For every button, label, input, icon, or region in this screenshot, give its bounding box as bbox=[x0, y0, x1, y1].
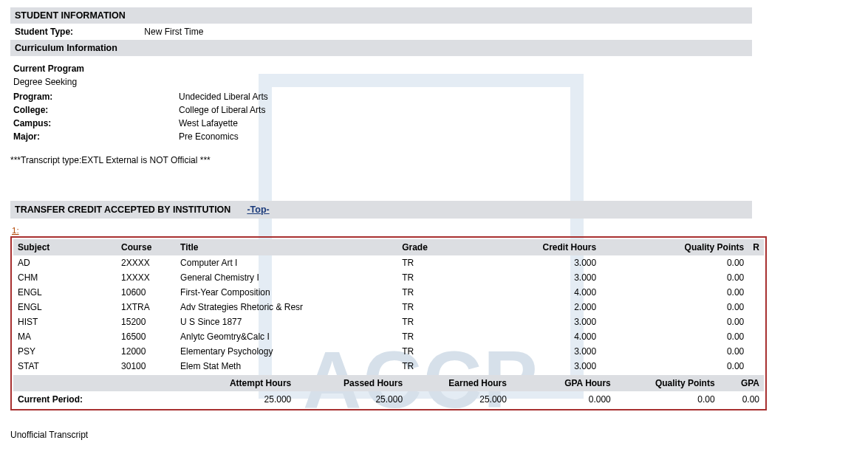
th-gpa: GPA bbox=[720, 375, 764, 391]
th-grade: Grade bbox=[397, 239, 497, 255]
transfer-credit-title: TRANSFER CREDIT ACCEPTED BY INSTITUTION bbox=[10, 201, 235, 219]
cell-title: General Chemistry I bbox=[176, 270, 397, 285]
th-credit-hours: Credit Hours bbox=[497, 239, 601, 255]
cell-r-col bbox=[748, 329, 764, 344]
th-r: R bbox=[748, 239, 764, 255]
curriculum-block: Current Program Degree Seeking Program:U… bbox=[10, 56, 858, 145]
table-row: PSY12000Elementary PsychologyTR3.0000.00 bbox=[13, 344, 764, 359]
cell-r-col bbox=[748, 344, 764, 359]
th-gpa-hours: GPA Hours bbox=[511, 375, 615, 391]
cell-subject: ENGL bbox=[13, 285, 117, 300]
cell-title: Adv Strategies Rhetoric & Resr bbox=[176, 300, 397, 315]
cell-subject: HIST bbox=[13, 315, 117, 329]
cell-r-col bbox=[748, 255, 764, 270]
top-link[interactable]: -Top- bbox=[235, 205, 269, 215]
cell-course: 16500 bbox=[117, 329, 176, 344]
curriculum-row: Program:Undecided Liberal Arts bbox=[13, 90, 855, 103]
cell-course: 1XXXX bbox=[117, 270, 176, 285]
credit-header-row: Subject Course Title Grade Credit Hours … bbox=[13, 239, 764, 255]
curriculum-value: West Lafayette bbox=[179, 118, 238, 128]
curriculum-value: College of Liberal Arts bbox=[179, 105, 265, 115]
cell-course: 30100 bbox=[117, 359, 176, 374]
transcript-official-note: ***Transcript type:EXTL External is NOT … bbox=[10, 145, 858, 165]
cell-quality-points: 0.00 bbox=[601, 315, 748, 329]
table-row: ENGL10600First-Year CompositionTR4.0000.… bbox=[13, 285, 764, 300]
th-passed-hours: Passed Hours bbox=[295, 375, 407, 391]
cell-quality-points: 0.00 bbox=[601, 329, 748, 344]
curriculum-label: Campus: bbox=[13, 118, 179, 128]
cell-title: Computer Art I bbox=[176, 255, 397, 270]
cell-credit-hours: 3.000 bbox=[497, 255, 601, 270]
curriculum-label: College: bbox=[13, 105, 179, 115]
cell-credit-hours: 3.000 bbox=[497, 315, 601, 329]
th-title: Title bbox=[176, 239, 397, 255]
cell-course: 10600 bbox=[117, 285, 176, 300]
curriculum-label: Program: bbox=[13, 92, 179, 102]
totals-label: Current Period: bbox=[13, 391, 184, 408]
cell-credit-hours: 4.000 bbox=[497, 285, 601, 300]
th-totals-qp: Quality Points bbox=[615, 375, 720, 391]
cell-course: 1XTRA bbox=[117, 300, 176, 315]
section-header-curriculum: Curriculum Information bbox=[10, 40, 752, 56]
cell-grade: TR bbox=[397, 300, 497, 315]
cell-title: First-Year Composition bbox=[176, 285, 397, 300]
sequence-label[interactable]: 1: bbox=[10, 219, 858, 236]
th-quality-points: Quality Points bbox=[601, 239, 748, 255]
totals-earned: 25.000 bbox=[407, 391, 511, 408]
cell-subject: ENGL bbox=[13, 300, 117, 315]
table-row: CHM1XXXXGeneral Chemistry ITR3.0000.00 bbox=[13, 270, 764, 285]
cell-quality-points: 0.00 bbox=[601, 285, 748, 300]
cell-r-col bbox=[748, 270, 764, 285]
totals-header-row: Attempt Hours Passed Hours Earned Hours … bbox=[13, 375, 764, 391]
cell-grade: TR bbox=[397, 315, 497, 329]
cell-grade: TR bbox=[397, 359, 497, 374]
credit-table: Subject Course Title Grade Credit Hours … bbox=[13, 239, 764, 374]
cell-subject: PSY bbox=[13, 344, 117, 359]
curriculum-row: Campus:West Lafayette bbox=[13, 117, 855, 130]
totals-quality-points: 0.00 bbox=[615, 391, 720, 408]
totals-gpa: 0.00 bbox=[720, 391, 764, 408]
totals-table: Attempt Hours Passed Hours Earned Hours … bbox=[13, 375, 764, 408]
cell-quality-points: 0.00 bbox=[601, 359, 748, 374]
cell-quality-points: 0.00 bbox=[601, 344, 748, 359]
cell-subject: MA bbox=[13, 329, 117, 344]
cell-r-col bbox=[748, 359, 764, 374]
student-type-row: Student Type: New First Time bbox=[10, 24, 752, 40]
cell-grade: TR bbox=[397, 270, 497, 285]
cell-credit-hours: 2.000 bbox=[497, 300, 601, 315]
table-row: HIST15200U S Since 1877TR3.0000.00 bbox=[13, 315, 764, 329]
table-row: AD2XXXXComputer Art ITR3.0000.00 bbox=[13, 255, 764, 270]
current-program-title: Current Program bbox=[13, 62, 855, 75]
section-header-transfer: TRANSFER CREDIT ACCEPTED BY INSTITUTION … bbox=[10, 201, 752, 219]
cell-title: Elem Stat Meth bbox=[176, 359, 397, 374]
th-earned-hours: Earned Hours bbox=[407, 375, 511, 391]
cell-title: Elementary Psychology bbox=[176, 344, 397, 359]
cell-credit-hours: 3.000 bbox=[497, 359, 601, 374]
cell-quality-points: 0.00 bbox=[601, 270, 748, 285]
th-course: Course bbox=[117, 239, 176, 255]
cell-course: 15200 bbox=[117, 315, 176, 329]
th-subject: Subject bbox=[13, 239, 117, 255]
curriculum-value: Undecided Liberal Arts bbox=[179, 92, 268, 102]
cell-grade: TR bbox=[397, 329, 497, 344]
cell-grade: TR bbox=[397, 344, 497, 359]
cell-quality-points: 0.00 bbox=[601, 255, 748, 270]
table-row: MA16500Anlytc Geomtry&Calc ITR4.0000.00 bbox=[13, 329, 764, 344]
curriculum-value: Pre Economics bbox=[179, 131, 239, 142]
totals-attempt: 25.000 bbox=[184, 391, 295, 408]
cell-title: Anlytc Geomtry&Calc I bbox=[176, 329, 397, 344]
curriculum-row: Major:Pre Economics bbox=[13, 130, 855, 143]
cell-quality-points: 0.00 bbox=[601, 300, 748, 315]
th-attempt-hours: Attempt Hours bbox=[184, 375, 295, 391]
cell-title: U S Since 1877 bbox=[176, 315, 397, 329]
cell-course: 2XXXX bbox=[117, 255, 176, 270]
credit-table-wrap: Subject Course Title Grade Credit Hours … bbox=[10, 236, 767, 410]
cell-grade: TR bbox=[397, 285, 497, 300]
table-row: STAT30100Elem Stat MethTR3.0000.00 bbox=[13, 359, 764, 374]
student-type-label: Student Type: bbox=[15, 27, 142, 37]
cell-credit-hours: 3.000 bbox=[497, 344, 601, 359]
cell-r-col bbox=[748, 300, 764, 315]
degree-seeking: Degree Seeking bbox=[13, 75, 855, 90]
cell-r-col bbox=[748, 285, 764, 300]
totals-row: Current Period: 25.000 25.000 25.000 0.0… bbox=[13, 391, 764, 408]
